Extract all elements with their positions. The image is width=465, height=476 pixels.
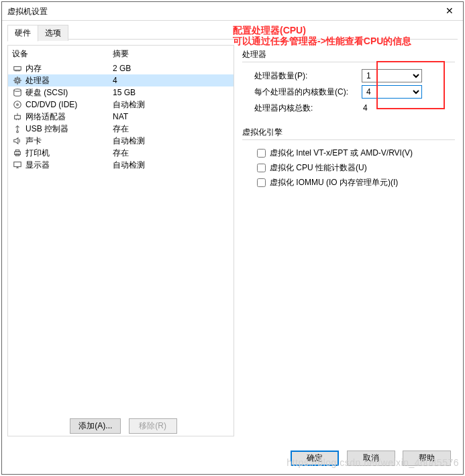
memory-icon	[12, 63, 23, 74]
virt-perf-checkbox[interactable]	[257, 164, 266, 172]
ok-button[interactable]: 确定	[291, 451, 339, 466]
virt-perf-label: 虚拟化 CPU 性能计数器(U)	[270, 162, 367, 174]
virt-vtx-row[interactable]: 虚拟化 Intel VT-x/EPT 或 AMD-V/RVI(V)	[254, 145, 451, 160]
device-name: 声卡	[25, 135, 113, 147]
device-row-sound[interactable]: 声卡自动检测	[8, 135, 234, 147]
svg-point-13	[14, 101, 21, 109]
virt-iommu-row[interactable]: 虚拟化 IOMMU (IO 内存管理单元)(I)	[254, 175, 451, 190]
window-title: 虚拟机设置	[7, 2, 48, 21]
virt-iommu-label: 虚拟化 IOMMU (IO 内存管理单元)(I)	[270, 177, 398, 188]
virtualization-group-title: 虚拟化引擎	[242, 127, 455, 139]
device-row-display[interactable]: 显示器自动检测	[8, 159, 234, 171]
device-list-panel: 设备 摘要 内存2 GB处理器4硬盘 (SCSI)15 GBCD/DVD (ID…	[7, 45, 234, 436]
device-summary: 存在	[113, 147, 234, 159]
title-bar: 虚拟机设置 ✕	[2, 2, 463, 21]
help-button[interactable]: 帮助	[403, 451, 451, 466]
total-cores-value: 4	[362, 103, 368, 113]
virt-iommu-checkbox[interactable]	[257, 178, 266, 187]
device-name: 硬盘 (SCSI)	[25, 87, 113, 99]
device-row-memory[interactable]: 内存2 GB	[8, 62, 234, 74]
cancel-button[interactable]: 取消	[347, 451, 395, 466]
device-name: 处理器	[25, 75, 113, 86]
col-summary: 摘要	[113, 48, 234, 60]
device-summary: 4	[113, 76, 234, 85]
device-summary: NAT	[113, 112, 234, 121]
device-name: CD/DVD (IDE)	[25, 100, 113, 109]
remove-button: 移除(R)	[129, 418, 177, 434]
annotation-line1: 配置处理器(CPU)	[233, 25, 411, 36]
annotation-text: 配置处理器(CPU) 可以通过任务管理器->性能查看CPU的信息	[233, 25, 411, 46]
usb-icon	[12, 123, 23, 134]
svg-rect-15	[15, 115, 21, 119]
close-button[interactable]: ✕	[436, 2, 463, 21]
svg-point-12	[14, 89, 21, 92]
processor-group-title: 处理器	[242, 49, 455, 62]
cd-icon	[12, 99, 23, 110]
processor-count-select[interactable]: 1	[362, 69, 422, 82]
svg-rect-25	[14, 162, 21, 167]
display-icon	[12, 160, 23, 170]
total-cores-label: 处理器内核总数:	[254, 103, 362, 114]
add-button[interactable]: 添加(A)...	[70, 418, 121, 434]
svg-rect-7	[16, 79, 19, 82]
device-row-usb[interactable]: USB 控制器存在	[8, 123, 234, 135]
device-summary: 15 GB	[113, 88, 234, 97]
svg-point-19	[17, 131, 19, 133]
net-icon	[12, 111, 23, 122]
device-row-cd[interactable]: CD/DVD (IDE)自动检测	[8, 99, 234, 111]
device-list-header: 设备 摘要	[8, 46, 234, 62]
device-row-printer[interactable]: 打印机存在	[8, 147, 234, 159]
device-name: 内存	[25, 63, 113, 74]
device-summary: 自动检测	[113, 99, 234, 111]
virt-vtx-checkbox[interactable]	[257, 149, 266, 158]
virt-perf-row[interactable]: 虚拟化 CPU 性能计数器(U)	[254, 160, 451, 175]
cpu-icon	[12, 75, 23, 86]
tab-options[interactable]: 选项	[38, 25, 68, 41]
settings-panel: 配置处理器(CPU) 可以通过任务管理器->性能查看CPU的信息 处理器 处理器…	[240, 45, 458, 436]
device-row-cpu[interactable]: 处理器4	[8, 74, 234, 86]
tab-hardware[interactable]: 硬件	[7, 25, 38, 42]
device-name: 网络适配器	[25, 111, 113, 123]
svg-point-14	[17, 104, 19, 106]
annotation-line2: 可以通过任务管理器->性能查看CPU的信息	[233, 36, 411, 46]
cores-per-processor-select[interactable]: 4	[362, 85, 422, 99]
device-row-hdd[interactable]: 硬盘 (SCSI)15 GB	[8, 86, 234, 99]
printer-icon	[12, 147, 23, 158]
svg-rect-0	[14, 66, 21, 70]
device-summary: 存在	[113, 123, 234, 135]
svg-rect-23	[15, 150, 19, 152]
svg-rect-6	[15, 78, 20, 83]
virt-vtx-label: 虚拟化 Intel VT-x/EPT 或 AMD-V/RVI(V)	[270, 147, 413, 159]
hdd-icon	[12, 87, 23, 98]
virtualization-group: 虚拟化引擎 虚拟化 Intel VT-x/EPT 或 AMD-V/RVI(V) …	[242, 127, 455, 194]
device-name: 显示器	[25, 160, 113, 171]
col-device: 设备	[12, 48, 113, 60]
device-name: USB 控制器	[25, 123, 113, 135]
cores-per-processor-label: 每个处理器的内核数量(C):	[254, 86, 362, 98]
device-row-net[interactable]: 网络适配器NAT	[8, 111, 234, 123]
processor-count-label: 处理器数量(P):	[254, 70, 362, 82]
device-summary: 自动检测	[113, 160, 234, 171]
device-summary: 自动检测	[113, 135, 234, 147]
sound-icon	[12, 135, 23, 146]
svg-marker-21	[14, 138, 18, 144]
processor-group: 处理器 处理器数量(P): 1 每个处理器的内核数量(C): 4	[242, 49, 455, 120]
device-summary: 2 GB	[113, 64, 234, 73]
device-name: 打印机	[25, 147, 113, 159]
